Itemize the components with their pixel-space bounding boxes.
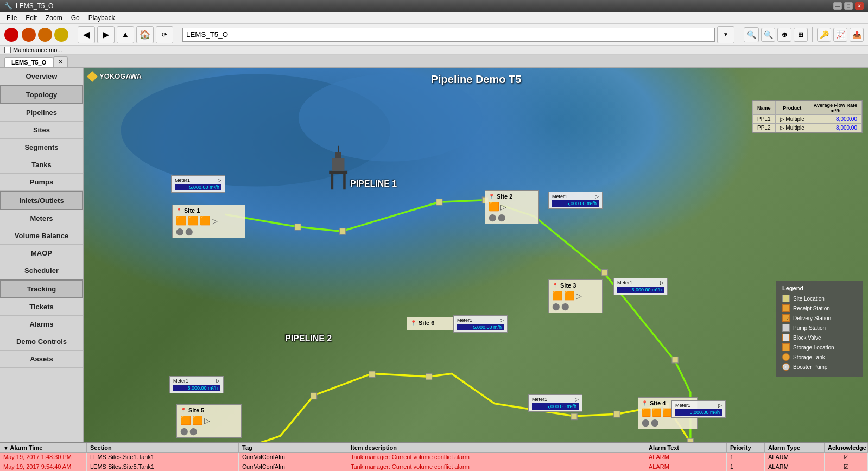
address-bar[interactable] (182, 28, 715, 42)
yokogawa-logo: YOKOGAWA (88, 72, 142, 80)
menu-go[interactable]: Go (67, 13, 84, 23)
sidebar-item-tracking[interactable]: Tracking (0, 279, 83, 298)
tab-lems[interactable]: LEMS_T5_O (4, 57, 53, 67)
flow-table-header-product: Product (775, 101, 809, 115)
meter-5-label: Meter1 (173, 378, 188, 384)
alarm-rows: May 19, 2017 1:48:30 PM LEMS.Sites.Site1… (0, 453, 868, 471)
tab-new[interactable]: ✕ (53, 56, 68, 67)
legend-delivery-label: Delivery Station (793, 315, 831, 321)
forward-button[interactable]: ▶ (97, 26, 115, 43)
sidebar-item-tanks[interactable]: Tanks (0, 156, 83, 174)
tab-bar: LEMS_T5_O ✕ (0, 55, 868, 68)
menu-edit[interactable]: Edit (21, 13, 41, 23)
alarm-col-text: Alarm Text (645, 443, 727, 452)
sidebar-item-sites[interactable]: Sites (0, 122, 83, 139)
legend-delivery-icon: ✓ (782, 314, 790, 322)
sidebar-item-pumps[interactable]: Pumps (0, 174, 83, 191)
maintenance-checkbox[interactable] (4, 47, 11, 53)
chart-button[interactable]: 📈 (833, 28, 847, 42)
menu-playback[interactable]: Playback (84, 13, 119, 23)
sidebar-item-maop[interactable]: MAOP (0, 245, 83, 262)
svg-rect-7 (672, 357, 678, 363)
close-button[interactable]: ✕ (855, 2, 864, 10)
alarm-1-ack[interactable]: ☑ (825, 453, 868, 462)
window-controls: — □ ✕ (833, 2, 864, 10)
export-button[interactable]: 📤 (850, 28, 864, 42)
toolbar: ◀ ▶ ▲ 🏠 ⟳ ▼ 🔍 🔍 ⊕ ⊞ 🔑 📈 📤 (0, 24, 868, 46)
sidebar-item-assets[interactable]: Assets (0, 351, 83, 368)
back-button[interactable]: ◀ (78, 26, 95, 43)
meter-2-arrow: ▷ (595, 194, 599, 199)
refresh-button[interactable]: ⟳ (156, 26, 173, 43)
alarm-col-desc: Item description (347, 443, 645, 452)
site-5-icons: 🟧 🟧 ▷ (180, 415, 238, 425)
site-1-title: 📍 Site 1 (176, 207, 242, 214)
meter-1-arrow: ▷ (218, 177, 221, 183)
site-2-icons2: ⬤ ⬤ (489, 213, 535, 221)
up-button[interactable]: ▲ (117, 26, 134, 43)
site-3-icons: 🟧 🟧 ▷ (552, 290, 599, 301)
alarm-yellow (54, 28, 68, 42)
meter-2-value: 5,000.00 m³/h (552, 200, 599, 207)
alarm-row-2[interactable]: May 19, 2017 9:54:40 AM LEMS.Sites.Site5… (0, 462, 868, 471)
legend-receipt-icon (782, 304, 790, 312)
maintenance-bar: Maintenance mo... (0, 46, 868, 55)
sidebar-item-volume-balance[interactable]: Volume Balance (0, 227, 83, 245)
sidebar-item-segments[interactable]: Segments (0, 139, 83, 156)
zoom-out-button[interactable]: 🔍 (761, 28, 775, 42)
legend-booster-icon: ▷ (782, 363, 790, 371)
yoko-diamond-icon (87, 71, 98, 82)
sidebar-item-scheduler[interactable]: Scheduler (0, 262, 83, 279)
alarm-2-desc: Tank manager: Current volume conflict al… (347, 462, 645, 471)
pipeline1-label: PIPELINE 1 (350, 179, 397, 189)
address-dropdown[interactable]: ▼ (717, 26, 734, 43)
alarm-col-tag: Tag (239, 443, 347, 452)
flow-table-header-name: Name (753, 101, 776, 115)
site-3-node[interactable]: 📍 Site 3 🟧 🟧 ▷ ⬤ ⬤ (548, 279, 603, 313)
legend-tank-label: Storage Tank (793, 354, 825, 360)
legend-site-label: Site Location (793, 296, 825, 302)
site-6-node[interactable]: 📍 Site 6 (407, 317, 455, 330)
menu-file[interactable]: File (2, 13, 21, 23)
site-4-icons2: ⬤ ⬤ (642, 418, 694, 427)
sidebar-item-pipelines[interactable]: Pipelines (0, 104, 83, 122)
sidebar-item-demo-controls[interactable]: Demo Controls (0, 333, 83, 351)
sidebar-item-overview[interactable]: Overview (0, 68, 83, 85)
zoom-in-icon[interactable]: 🔍 (744, 27, 759, 42)
key-button[interactable]: 🔑 (817, 28, 831, 42)
flow-row-ppl2: PPL2 ▷ Multiple 8,000.00 (753, 124, 862, 132)
sidebar-item-alarms[interactable]: Alarms (0, 316, 83, 333)
maximize-button[interactable]: □ (844, 2, 853, 10)
map-area[interactable]: YOKOGAWA Pipeline Demo T5 PIPELINE 1 PIP… (84, 68, 868, 442)
site-3-icons2: ⬤ ⬤ (552, 302, 599, 310)
site-1-node[interactable]: 📍 Site 1 🟧 🟧 🟧 ▷ ⬤ ⬤ (172, 205, 245, 238)
menu-zoom[interactable]: Zoom (41, 13, 67, 23)
home-button[interactable]: 🏠 (136, 26, 154, 43)
alarm-2-ack[interactable]: ☑ (825, 462, 868, 471)
svg-rect-12 (614, 411, 620, 418)
meter-6-label: Meter1 (532, 397, 547, 402)
sidebar-item-inlets-outlets[interactable]: Inlets/Outlets (0, 191, 83, 210)
zoom-fit-button[interactable]: ⊕ (777, 28, 791, 42)
zoom-select-button[interactable]: ⊞ (794, 28, 808, 42)
alarm-orange (38, 28, 52, 42)
svg-rect-20 (343, 174, 346, 190)
site-2-node[interactable]: 📍 Site 2 🟧 ▷ ⬤ ⬤ (485, 190, 539, 224)
site-5-node[interactable]: 📍 Site 5 🟧 🟧 ▷ ⬤ ⬤ (176, 404, 242, 438)
alarm-row-1[interactable]: May 19, 2017 1:48:30 PM LEMS.Sites.Site1… (0, 453, 868, 462)
menu-bar: File Edit Zoom Go Playback (0, 12, 868, 24)
sidebar-item-tickets[interactable]: Tickets (0, 298, 83, 316)
flow-ppl1-name: PPL1 (753, 115, 776, 124)
title-bar: 🔧 LEMS_T5_O — □ ✕ (0, 0, 868, 12)
site-2-title: 📍 Site 2 (489, 193, 535, 200)
sidebar-item-meters[interactable]: Meters (0, 210, 83, 227)
legend-receipt: Receipt Station (782, 304, 856, 312)
alarm-col-time: ▼ Alarm Time (0, 443, 87, 452)
meter-6-arrow: ▷ (575, 397, 579, 402)
legend-site: Site Location (782, 295, 856, 302)
meter-6-value: 5,000.00 m³/h (532, 403, 579, 410)
sidebar-item-topology[interactable]: Topology (0, 85, 83, 104)
meter-5-arrow: ▷ (216, 378, 220, 384)
minimize-button[interactable]: — (833, 2, 842, 10)
alarm-header: ▼ Alarm Time Section Tag Item descriptio… (0, 443, 868, 453)
